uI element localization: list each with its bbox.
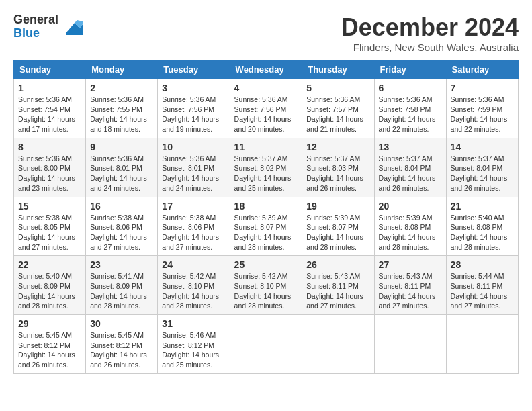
day-info: Sunrise: 5:44 AMSunset: 8:11 PMDaylight:…: [451, 272, 508, 310]
day-info: Sunrise: 5:36 AMSunset: 8:00 PMDaylight:…: [18, 154, 75, 192]
location-subtitle: Flinders, New South Wales, Australia: [341, 42, 519, 53]
calendar-table: Sunday Monday Tuesday Wednesday Thursday…: [13, 60, 519, 374]
day-cell-2: 2 Sunrise: 5:36 AMSunset: 7:55 PMDayligh…: [86, 79, 158, 138]
calendar-week-row-4: 22 Sunrise: 5:40 AMSunset: 8:09 PMDaylig…: [14, 256, 519, 315]
page-container: General Blue December 2024 Flinders, New…: [13, 13, 519, 374]
day-cell-6: 6 Sunrise: 5:36 AMSunset: 7:58 PMDayligh…: [374, 79, 446, 138]
day-info: Sunrise: 5:36 AMSunset: 8:01 PMDaylight:…: [90, 154, 147, 192]
day-cell-16: 16 Sunrise: 5:38 AMSunset: 8:06 PMDaylig…: [86, 197, 158, 256]
day-cell-15: 15 Sunrise: 5:38 AMSunset: 8:05 PMDaylig…: [14, 197, 86, 256]
day-cell-29: 29 Sunrise: 5:45 AMSunset: 8:12 PMDaylig…: [14, 315, 86, 374]
day-info: Sunrise: 5:39 AMSunset: 8:07 PMDaylight:…: [234, 214, 292, 251]
day-info: Sunrise: 5:37 AMSunset: 8:03 PMDaylight:…: [306, 154, 363, 192]
calendar-week-row-2: 8 Sunrise: 5:36 AMSunset: 8:00 PMDayligh…: [14, 138, 519, 197]
day-info: Sunrise: 5:42 AMSunset: 8:10 PMDaylight:…: [162, 272, 219, 310]
day-cell-22: 22 Sunrise: 5:40 AMSunset: 8:09 PMDaylig…: [14, 256, 86, 315]
day-info: Sunrise: 5:45 AMSunset: 8:12 PMDaylight:…: [90, 331, 147, 369]
day-info: Sunrise: 5:36 AMSunset: 7:56 PMDaylight:…: [234, 95, 292, 133]
logo-text: General Blue: [13, 13, 58, 40]
header-saturday: Saturday: [446, 60, 518, 79]
day-cell-14: 14 Sunrise: 5:37 AMSunset: 8:04 PMDaylig…: [446, 138, 518, 197]
day-number: 15: [18, 201, 81, 212]
day-number: 6: [379, 83, 442, 93]
day-number: 22: [18, 259, 81, 270]
day-cell-19: 19 Sunrise: 5:39 AMSunset: 8:07 PMDaylig…: [302, 197, 374, 256]
day-info: Sunrise: 5:38 AMSunset: 8:06 PMDaylight:…: [90, 214, 147, 251]
logo: General Blue: [13, 13, 83, 40]
day-cell-17: 17 Sunrise: 5:38 AMSunset: 8:06 PMDaylig…: [158, 197, 230, 256]
day-cell-20: 20 Sunrise: 5:39 AMSunset: 8:08 PMDaylig…: [374, 197, 446, 256]
day-number: 3: [162, 83, 225, 93]
day-cell-11: 11 Sunrise: 5:37 AMSunset: 8:02 PMDaylig…: [230, 138, 302, 197]
day-number: 26: [306, 259, 369, 270]
day-cell-7: 7 Sunrise: 5:36 AMSunset: 7:59 PMDayligh…: [446, 79, 518, 138]
day-info: Sunrise: 5:36 AMSunset: 7:56 PMDaylight:…: [162, 95, 219, 133]
day-number: 18: [234, 201, 298, 212]
day-info: Sunrise: 5:36 AMSunset: 7:59 PMDaylight:…: [451, 95, 508, 133]
day-number: 20: [379, 201, 442, 212]
day-number: 28: [451, 259, 514, 270]
day-info: Sunrise: 5:36 AMSunset: 7:54 PMDaylight:…: [18, 95, 75, 133]
day-info: Sunrise: 5:38 AMSunset: 8:05 PMDaylight:…: [18, 214, 75, 251]
day-info: Sunrise: 5:36 AMSunset: 7:57 PMDaylight:…: [306, 95, 363, 133]
day-number: 16: [90, 201, 153, 212]
day-cell-12: 12 Sunrise: 5:37 AMSunset: 8:03 PMDaylig…: [302, 138, 374, 197]
day-cell-13: 13 Sunrise: 5:37 AMSunset: 8:04 PMDaylig…: [374, 138, 446, 197]
day-info: Sunrise: 5:39 AMSunset: 8:08 PMDaylight:…: [379, 214, 436, 251]
logo-blue: Blue: [13, 27, 58, 40]
header-monday: Monday: [86, 60, 158, 79]
month-title: December 2024: [341, 13, 519, 42]
day-number: 9: [90, 142, 153, 152]
day-info: Sunrise: 5:45 AMSunset: 8:12 PMDaylight:…: [18, 331, 75, 369]
day-cell-21: 21 Sunrise: 5:40 AMSunset: 8:08 PMDaylig…: [446, 197, 518, 256]
day-number: 19: [306, 201, 369, 212]
day-cell-8: 8 Sunrise: 5:36 AMSunset: 8:00 PMDayligh…: [14, 138, 86, 197]
day-number: 4: [234, 83, 298, 93]
day-info: Sunrise: 5:36 AMSunset: 8:01 PMDaylight:…: [162, 154, 219, 192]
header-thursday: Thursday: [302, 60, 374, 79]
day-number: 1: [18, 83, 81, 93]
day-info: Sunrise: 5:43 AMSunset: 8:11 PMDaylight:…: [379, 272, 436, 310]
empty-cell: [446, 315, 518, 374]
day-info: Sunrise: 5:37 AMSunset: 8:04 PMDaylight:…: [451, 154, 508, 192]
day-cell-25: 25 Sunrise: 5:42 AMSunset: 8:10 PMDaylig…: [230, 256, 302, 315]
header-tuesday: Tuesday: [158, 60, 230, 79]
day-number: 11: [234, 142, 298, 152]
day-info: Sunrise: 5:43 AMSunset: 8:11 PMDaylight:…: [306, 272, 363, 310]
day-number: 25: [234, 259, 298, 270]
day-number: 10: [162, 142, 225, 152]
day-cell-3: 3 Sunrise: 5:36 AMSunset: 7:56 PMDayligh…: [158, 79, 230, 138]
day-cell-10: 10 Sunrise: 5:36 AMSunset: 8:01 PMDaylig…: [158, 138, 230, 197]
day-number: 27: [379, 259, 442, 270]
day-number: 12: [306, 142, 369, 152]
day-cell-5: 5 Sunrise: 5:36 AMSunset: 7:57 PMDayligh…: [302, 79, 374, 138]
day-info: Sunrise: 5:42 AMSunset: 8:10 PMDaylight:…: [234, 272, 292, 310]
day-number: 7: [451, 83, 514, 93]
day-info: Sunrise: 5:36 AMSunset: 7:58 PMDaylight:…: [379, 95, 436, 133]
header: General Blue December 2024 Flinders, New…: [13, 13, 519, 53]
day-cell-24: 24 Sunrise: 5:42 AMSunset: 8:10 PMDaylig…: [158, 256, 230, 315]
day-cell-26: 26 Sunrise: 5:43 AMSunset: 8:11 PMDaylig…: [302, 256, 374, 315]
calendar-week-row-1: 1 Sunrise: 5:36 AMSunset: 7:54 PMDayligh…: [14, 79, 519, 138]
header-friday: Friday: [374, 60, 446, 79]
logo-general: General: [13, 13, 58, 27]
day-number: 14: [451, 142, 514, 152]
calendar-week-row-3: 15 Sunrise: 5:38 AMSunset: 8:05 PMDaylig…: [14, 197, 519, 256]
day-cell-23: 23 Sunrise: 5:41 AMSunset: 8:09 PMDaylig…: [86, 256, 158, 315]
day-number: 30: [90, 318, 153, 329]
header-sunday: Sunday: [14, 60, 86, 79]
day-info: Sunrise: 5:40 AMSunset: 8:08 PMDaylight:…: [451, 214, 508, 251]
day-info: Sunrise: 5:37 AMSunset: 8:04 PMDaylight:…: [379, 154, 436, 192]
day-info: Sunrise: 5:40 AMSunset: 8:09 PMDaylight:…: [18, 272, 75, 310]
day-number: 21: [451, 201, 514, 212]
day-number: 31: [162, 318, 225, 329]
day-number: 2: [90, 83, 153, 93]
header-wednesday: Wednesday: [230, 60, 302, 79]
empty-cell: [302, 315, 374, 374]
day-cell-4: 4 Sunrise: 5:36 AMSunset: 7:56 PMDayligh…: [230, 79, 302, 138]
day-info: Sunrise: 5:37 AMSunset: 8:02 PMDaylight:…: [234, 154, 292, 192]
day-number: 5: [306, 83, 369, 93]
day-info: Sunrise: 5:39 AMSunset: 8:07 PMDaylight:…: [306, 214, 363, 251]
day-info: Sunrise: 5:36 AMSunset: 7:55 PMDaylight:…: [90, 95, 147, 133]
day-cell-30: 30 Sunrise: 5:45 AMSunset: 8:12 PMDaylig…: [86, 315, 158, 374]
